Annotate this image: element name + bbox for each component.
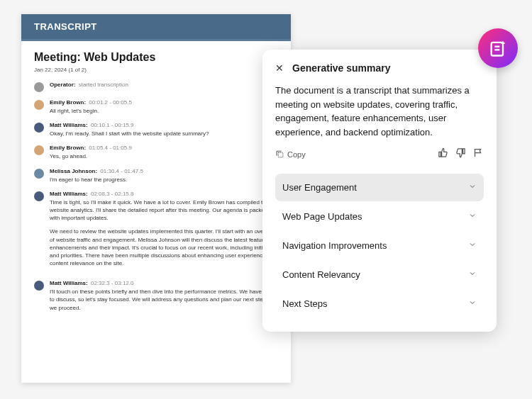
entry-text: I'll touch on these points briefly and t… [50,288,278,312]
svg-rect-0 [278,152,283,157]
transcript-entry: Emily Brown: 01:05.4 - 01:05.9 Yes, go a… [34,145,278,160]
svg-rect-1 [492,43,503,56]
speaker-name: Operator: [50,82,75,88]
transcript-entry: Emily Brown: 00:01.2 - 00:05.5 All right… [34,99,278,115]
chevron-down-icon [468,269,477,280]
accordion-label: Navigation Improvements [282,240,387,251]
summary-actions: Copy [275,147,484,161]
entry-text: Time is tight, so I'll make it quick. We… [50,198,278,268]
accordion-label: Next Steps [282,298,328,309]
accordion-user-engagement[interactable]: User Engagement [275,174,484,201]
summary-text: The document is a transcript that summar… [275,84,484,139]
speaker-name: Melissa Johnson: [50,168,97,174]
chevron-down-icon [468,211,477,222]
flag-icon[interactable] [473,147,484,161]
entry-timestamp: 01:05.4 - 01:05.9 [89,145,132,151]
avatar-operator [34,82,44,92]
chevron-down-icon [468,182,477,193]
close-icon[interactable]: ✕ [275,62,284,74]
sparkle-document-icon [488,38,508,58]
entry-text: Okay, I'm ready. Shall I start with the … [50,130,278,137]
speaker-name: Matt Williams: [50,191,88,197]
speaker-name: Matt Williams: [50,280,88,286]
entry-timestamp: started transcription [79,82,128,88]
speaker-name: Matt Williams: [50,122,88,128]
accordion-content-relevancy[interactable]: Content Relevancy [275,261,484,288]
copy-label: Copy [287,150,306,159]
speaker-name: Emily Brown: [50,145,86,151]
speaker-name: Emily Brown: [50,99,86,106]
entry-timestamp: 00:10.1 - 00:15.9 [91,122,134,128]
chevron-down-icon [468,298,477,309]
avatar-melissa [34,169,44,179]
ai-sparkle-badge[interactable] [478,28,518,68]
transcript-entry: Matt Williams: 02:08.3 - 02:15.8 Time is… [34,191,278,274]
entry-timestamp: 02:08.3 - 02:15.8 [91,191,134,197]
accordion-label: Content Relevancy [282,269,360,280]
accordion-navigation-improvements[interactable]: Navigation Improvements [275,232,484,259]
panel-title: Generative summary [292,62,391,74]
accordion-label: Web Page Updates [282,211,362,222]
generative-summary-panel: ✕ Generative summary The document is a t… [262,50,497,332]
entry-timestamp: 01:30.4 - 01:47.5 [100,168,143,174]
copy-button[interactable]: Copy [275,150,306,159]
avatar-emily [34,145,44,155]
entry-text: All right, let's begin. [50,107,278,115]
thumbs-up-icon[interactable] [438,147,448,161]
entry-text: Yes, go ahead. [50,152,278,160]
doc-body: Meeting: Web Updates Jan 22, 2024 (1 of … [21,41,291,329]
transcript-document: TRANSCRIPT Meeting: Web Updates Jan 22, … [21,14,291,383]
copy-icon [275,150,284,159]
doc-header-label: TRANSCRIPT [21,14,291,41]
transcript-entry: Matt Williams: 00:10.1 - 00:15.9 Okay, I… [34,122,278,137]
transcript-entry: Matt Williams: 02:32.3 - 03:12.0 I'll to… [34,280,278,312]
meeting-date: Jan 22, 2024 (1 of 2) [34,67,278,73]
transcript-entry: Operator: started transcription [34,82,278,92]
accordion-next-steps[interactable]: Next Steps [275,290,484,317]
avatar-matt [34,123,44,133]
accordion-web-page-updates[interactable]: Web Page Updates [275,203,484,230]
avatar-emily [34,100,44,110]
accordion-label: User Engagement [282,182,357,193]
thumbs-down-icon[interactable] [455,147,466,161]
chevron-down-icon [468,240,477,251]
entry-timestamp: 02:32.3 - 03:12.0 [91,280,134,286]
avatar-matt [34,191,44,201]
entry-timestamp: 00:01.2 - 00:05.5 [89,99,132,106]
avatar-matt [34,281,44,291]
meeting-title: Meeting: Web Updates [34,51,278,64]
transcript-entry: Melissa Johnson: 01:30.4 - 01:47.5 I'm e… [34,168,278,184]
panel-header: ✕ Generative summary [275,62,484,74]
entry-text: I'm eager to hear the progress. [50,176,278,184]
